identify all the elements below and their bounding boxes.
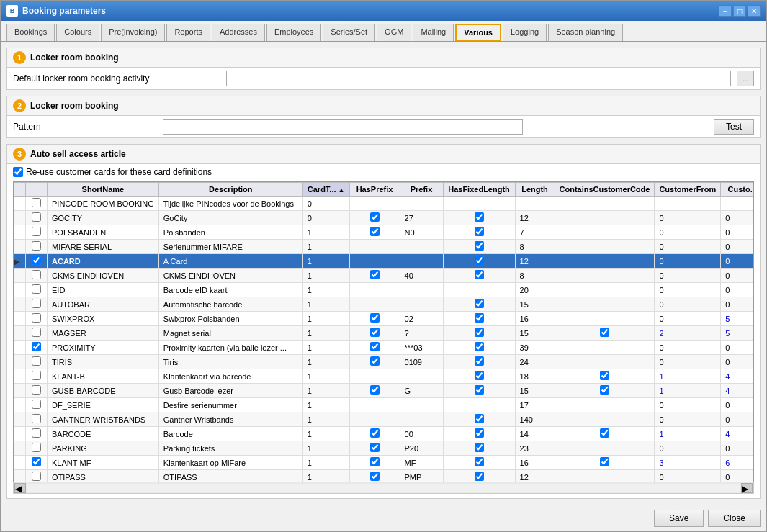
cell-hasprefix-17[interactable]: [349, 441, 400, 456]
hscroll-bar[interactable]: ◀ ▶: [13, 482, 754, 494]
tab-colours[interactable]: Colours: [56, 24, 99, 41]
cell-hasfixedlength-6[interactable]: [443, 283, 515, 297]
tab-series-set[interactable]: Series/Set: [323, 24, 375, 41]
cell-containscustomercode-16[interactable]: [555, 427, 655, 441]
tab-preinvoicing[interactable]: Pre(invoicing): [101, 24, 165, 41]
tab-addresses[interactable]: Addresses: [212, 24, 265, 41]
row-checkbox-15[interactable]: [32, 414, 41, 423]
table-row[interactable]: CKMS EINDHOVENCKMS EINDHOVEN140800: [14, 269, 755, 283]
cell-containscustomercode-1[interactable]: [555, 211, 655, 225]
table-row[interactable]: EIDBarcode eID kaart12000: [14, 283, 755, 297]
cell-hasfixedlength-3[interactable]: [443, 240, 515, 254]
cell-hasfixedlength-17[interactable]: [443, 441, 515, 456]
row-check-13[interactable]: [26, 384, 48, 398]
table-row[interactable]: PROXIMITYProximity kaarten (via balie le…: [14, 341, 755, 355]
table-row[interactable]: KLANT-BKlantenkaart via barcode11814: [14, 369, 755, 384]
cell-containscustomercode-18[interactable]: [555, 456, 655, 470]
row-checkbox-11[interactable]: [32, 356, 41, 366]
table-row[interactable]: GOCITYGoCity0271200: [14, 211, 755, 225]
cell-hasprefix-2[interactable]: [349, 225, 400, 240]
cell-hasprefix-0[interactable]: [349, 197, 400, 211]
table-row[interactable]: SWIXPROXSwixprox Polsbanden1021605: [14, 312, 755, 326]
cell-hasprefix-12[interactable]: [349, 369, 400, 384]
row-checkbox-7[interactable]: [32, 299, 41, 308]
row-check-3[interactable]: [26, 240, 48, 254]
row-checkbox-19[interactable]: [32, 472, 41, 481]
col-header-shortname[interactable]: ShortName: [48, 183, 159, 197]
table-row[interactable]: BARCODEBarcode1001414: [14, 427, 755, 441]
row-check-5[interactable]: [26, 269, 48, 283]
row-checkbox-18[interactable]: [32, 457, 41, 466]
tab-season-planning[interactable]: Season planning: [548, 24, 623, 41]
cell-containscustomercode-17[interactable]: [555, 441, 655, 456]
cell-hasfixedlength-0[interactable]: [443, 197, 515, 211]
col-header-customerfrom[interactable]: CustomerFrom: [655, 183, 721, 197]
row-check-4[interactable]: [26, 254, 48, 269]
row-check-12[interactable]: [26, 369, 48, 384]
row-check-2[interactable]: [26, 225, 48, 240]
row-check-16[interactable]: [26, 427, 48, 441]
tab-logging[interactable]: Logging: [503, 24, 547, 41]
cell-containscustomercode-2[interactable]: [555, 225, 655, 240]
cell-hasfixedlength-1[interactable]: [443, 211, 515, 225]
cell-hasprefix-7[interactable]: [349, 297, 400, 312]
cell-hasprefix-4[interactable]: [349, 254, 400, 269]
row-check-18[interactable]: [26, 456, 48, 470]
cell-hasfixedlength-16[interactable]: [443, 427, 515, 441]
cell-hasfixedlength-19[interactable]: [443, 470, 515, 483]
cell-hasprefix-10[interactable]: [349, 341, 400, 355]
row-checkbox-6[interactable]: [32, 284, 41, 294]
tab-employees[interactable]: Employees: [266, 24, 321, 41]
cell-hasfixedlength-9[interactable]: [443, 326, 515, 341]
reuse-cards-checkbox[interactable]: [13, 167, 23, 177]
col-header-hasprefix[interactable]: HasPrefix: [349, 183, 400, 197]
cell-hasprefix-8[interactable]: [349, 312, 400, 326]
cell-containscustomercode-8[interactable]: [555, 312, 655, 326]
table-row[interactable]: PINCODE ROOM BOOKINGTijdelijke PINcodes …: [14, 197, 755, 211]
cell-hasprefix-18[interactable]: [349, 456, 400, 470]
cell-containscustomercode-9[interactable]: [555, 326, 655, 341]
row-checkbox-14[interactable]: [32, 400, 41, 409]
cell-hasfixedlength-13[interactable]: [443, 384, 515, 398]
tab-mailing[interactable]: Mailing: [413, 24, 454, 41]
tab-bookings[interactable]: Bookings: [6, 24, 55, 41]
table-row[interactable]: GANTNER WRISTBANDSGantner Wristbands1140…: [14, 412, 755, 427]
cell-hasfixedlength-7[interactable]: [443, 297, 515, 312]
row-check-0[interactable]: [26, 197, 48, 211]
row-checkbox-17[interactable]: [32, 443, 41, 452]
cell-containscustomercode-10[interactable]: [555, 341, 655, 355]
col-header-length[interactable]: Length: [515, 183, 555, 197]
cell-containscustomercode-13[interactable]: [555, 384, 655, 398]
cell-containscustomercode-7[interactable]: [555, 297, 655, 312]
card-definitions-table-container[interactable]: ShortNameDescriptionCardT... ▲HasPrefixP…: [13, 181, 754, 482]
col-header-cardtype[interactable]: CardT... ▲: [302, 183, 349, 197]
restore-button[interactable]: ◻: [733, 5, 746, 17]
cell-containscustomercode-11[interactable]: [555, 355, 655, 369]
cell-hasfixedlength-12[interactable]: [443, 369, 515, 384]
cell-hasprefix-16[interactable]: [349, 427, 400, 441]
row-check-17[interactable]: [26, 441, 48, 456]
section1-browse-button[interactable]: ...: [737, 71, 754, 86]
section2-test-button[interactable]: Test: [714, 119, 754, 135]
hscroll-left-btn[interactable]: ◀: [14, 483, 26, 493]
row-check-1[interactable]: [26, 211, 48, 225]
cell-hasfixedlength-11[interactable]: [443, 355, 515, 369]
col-header-hasfixedlength[interactable]: HasFixedLength: [443, 183, 515, 197]
cell-hasfixedlength-14[interactable]: [443, 398, 515, 412]
table-row[interactable]: GUSB BARCODEGusb Barcode lezer1G1514: [14, 384, 755, 398]
section2-pattern-input[interactable]: [163, 119, 523, 135]
row-checkbox-8[interactable]: [32, 313, 41, 323]
row-checkbox-2[interactable]: [32, 227, 41, 236]
col-header-custom[interactable]: Custo...: [721, 183, 754, 197]
col-header-prefix[interactable]: Prefix: [400, 183, 443, 197]
cell-hasfixedlength-10[interactable]: [443, 341, 515, 355]
row-checkbox-4[interactable]: [32, 256, 41, 265]
row-checkbox-16[interactable]: [32, 428, 41, 438]
cell-hasfixedlength-2[interactable]: [443, 225, 515, 240]
row-checkbox-1[interactable]: [32, 212, 41, 222]
cell-hasprefix-11[interactable]: [349, 355, 400, 369]
cell-hasfixedlength-5[interactable]: [443, 269, 515, 283]
row-checkbox-3[interactable]: [32, 241, 41, 251]
hscroll-track[interactable]: [27, 484, 740, 492]
cell-containscustomercode-4[interactable]: [555, 254, 655, 269]
